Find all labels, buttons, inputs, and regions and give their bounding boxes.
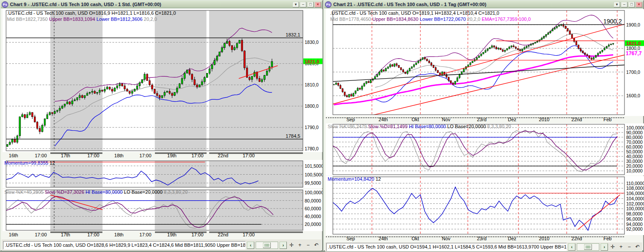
svg-text:1900,0: 1900,0: [626, 22, 640, 27]
scrollbar-thumb[interactable]: [584, 244, 592, 250]
statusbar: .USTEC.cfd - US Tech 100 cash, USD O=182…: [2, 239, 321, 251]
time-tick-label: 16th: [9, 232, 18, 237]
time-tick-label: 19th: [167, 232, 176, 237]
window-controls: ▾ – □ ×: [614, 2, 642, 7]
svg-text:1821,0: 1821,0: [626, 41, 641, 46]
momentum-pane[interactable]: 101,5000100,500099,5000 Momentum=99,8355…: [3, 160, 322, 188]
time-tick-label: 23rd: [477, 236, 486, 241]
svg-text:94,0000: 94,0000: [626, 222, 643, 227]
candlestick-plot-daily[interactable]: 1900,01800,01700,01600,01900,21821,01767…: [326, 9, 644, 116]
time-tick-label: 17:00: [191, 232, 204, 237]
svg-text:40,0000: 40,0000: [305, 214, 321, 219]
svg-text:1600,0: 1600,0: [626, 93, 640, 98]
status-quote-text: .USTEC.cfd - US Tech 100 cash, USD O=159…: [326, 243, 567, 251]
close-button[interactable]: ×: [636, 2, 642, 7]
svg-text:1832,1: 1832,1: [286, 32, 300, 37]
stochastic-plot-daily[interactable]: 100,000090,000080,000070,000060,000050,0…: [326, 123, 644, 176]
time-tick-label: 17:00: [191, 153, 204, 158]
main-chart-pane[interactable]: 1830,01820,01810,01800,01790,01780,01832…: [3, 9, 322, 152]
time-tick-label: 2010: [539, 236, 549, 241]
chart-window-daily: Ps Chart 21 - .USTEC.cfd - US Tech 100 c…: [323, 0, 644, 251]
time-tick-label: 17:00: [87, 153, 99, 158]
scroll-right-button[interactable]: ›: [601, 243, 608, 251]
candlestick-plot-hourly[interactable]: 1830,01820,01810,01800,01790,01780,01832…: [3, 9, 322, 152]
svg-text:106,0000: 106,0000: [626, 191, 644, 196]
time-tick-label: 22nd: [218, 232, 228, 237]
time-tick-label: 17:00: [139, 153, 151, 158]
svg-text:101,5000: 101,5000: [305, 163, 322, 169]
svg-text:99,5000: 99,5000: [305, 180, 321, 186]
momentum-plot-hourly[interactable]: 101,5000100,500099,5000: [3, 160, 322, 188]
stochastic-pane[interactable]: 100,000080,000060,000040,000020,0000 Slo…: [3, 189, 322, 231]
svg-text:60,0000: 60,0000: [305, 206, 321, 211]
status-quote-text: .USTEC.cfd - US Tech 100 cash, USD O=182…: [3, 241, 246, 249]
maximize-button[interactable]: □: [628, 2, 635, 7]
time-tick-label: 19th: [167, 153, 176, 158]
minimize-button[interactable]: –: [300, 2, 306, 7]
svg-text:80,0000: 80,0000: [305, 198, 321, 203]
titlebar[interactable]: Ps Chart 21 - .USTEC.cfd - US Tech 100 c…: [324, 1, 643, 8]
momentum-plot-daily[interactable]: 110,0000108,0000106,0000104,0000102,0000…: [326, 176, 644, 235]
time-tick-label: 17th: [61, 153, 70, 158]
svg-text:1790,0: 1790,0: [305, 125, 319, 130]
chart-icon: Ps: [325, 1, 332, 8]
undo-button[interactable]: ↶: [634, 243, 641, 251]
svg-text:1821,0: 1821,0: [305, 59, 319, 64]
svg-text:100,5000: 100,5000: [305, 172, 322, 177]
window-title: Chart 9 - .USTEC.cfd - US Tech 100 cash,…: [10, 2, 292, 7]
titlebar[interactable]: Ps Chart 9 - .USTEC.cfd - US Tech 100 ca…: [1, 1, 322, 8]
time-tick-label: Dez: [508, 236, 516, 241]
stochastic-plot-hourly[interactable]: 100,000080,000060,000040,000020,0000: [3, 189, 322, 231]
chart-scrollbar[interactable]: [256, 242, 278, 249]
svg-text:1800,0: 1800,0: [305, 103, 319, 109]
zoom-in-button[interactable]: +: [296, 242, 303, 249]
svg-text:20,0000: 20,0000: [305, 222, 321, 227]
close-button[interactable]: ×: [315, 2, 321, 7]
time-axis: Sep24thOktNov23rdDez201022ndFeb: [326, 235, 644, 242]
zoom-in-button[interactable]: +: [618, 243, 624, 251]
svg-text:1767,7: 1767,7: [626, 50, 642, 56]
svg-text:108,0000: 108,0000: [626, 186, 644, 191]
chart-icon: Ps: [2, 1, 8, 8]
svg-text:104,0000: 104,0000: [626, 196, 644, 201]
scrollbar-thumb[interactable]: [263, 242, 271, 248]
svg-text:100,0000: 100,0000: [626, 206, 644, 211]
scroll-left-button[interactable]: ‹: [247, 242, 254, 249]
time-axis: 16th17:0017th17:0018th17:0019th17:0022nd…: [3, 232, 322, 238]
pan-tool-icon[interactable]: ✛: [288, 242, 295, 249]
zoom-out-button[interactable]: −: [626, 243, 633, 251]
time-tick-label: Dez: [508, 117, 516, 122]
shade-button[interactable]: ▾: [614, 2, 620, 7]
time-tick-label: 2010: [539, 117, 549, 122]
pan-tool-icon[interactable]: ✛: [609, 243, 616, 251]
shade-button[interactable]: ▾: [292, 2, 299, 7]
time-tick-label: Feb: [604, 236, 612, 241]
minimize-button[interactable]: –: [621, 2, 628, 7]
undo-button[interactable]: ↶: [313, 242, 320, 249]
svg-text:1810,0: 1810,0: [305, 82, 319, 87]
stochastic-pane[interactable]: 100,000090,000080,000070,000060,000050,0…: [326, 123, 644, 176]
time-axis: 16th17:0017th17:0018th17:0019th17:0022nd…: [3, 153, 322, 159]
svg-text:98,0000: 98,0000: [626, 211, 643, 216]
time-tick-label: 17th: [61, 232, 70, 237]
maximize-button[interactable]: □: [307, 2, 314, 7]
time-tick-label: Okt: [411, 117, 419, 122]
time-tick-label: Feb: [604, 117, 612, 122]
mdi-workspace: Ps Chart 9 - .USTEC.cfd - US Tech 100 ca…: [0, 0, 644, 252]
time-tick-label: 22nd: [218, 153, 228, 158]
statusbar: .USTEC.cfd - US Tech 100 cash, USD O=159…: [325, 242, 642, 252]
time-tick-label: 17:00: [139, 232, 151, 237]
scroll-left-button[interactable]: ‹: [568, 243, 575, 251]
time-tick-label: 24th: [378, 236, 388, 241]
time-tick-label: 17:00: [87, 232, 99, 237]
chart-scrollbar[interactable]: [577, 243, 599, 251]
time-tick-label: 23rd: [477, 117, 486, 122]
svg-text:96,0000: 96,0000: [626, 216, 643, 222]
time-tick-label: 24th: [378, 117, 388, 122]
main-chart-pane[interactable]: 1900,01800,01700,01600,01900,21821,01767…: [326, 9, 644, 116]
scroll-right-button[interactable]: ›: [279, 242, 287, 249]
time-tick-label: 17:00: [35, 232, 47, 237]
svg-text:1900,2: 1900,2: [603, 18, 622, 25]
zoom-out-button[interactable]: −: [305, 242, 312, 249]
momentum-pane[interactable]: 110,0000108,0000106,0000104,0000102,0000…: [326, 176, 644, 235]
